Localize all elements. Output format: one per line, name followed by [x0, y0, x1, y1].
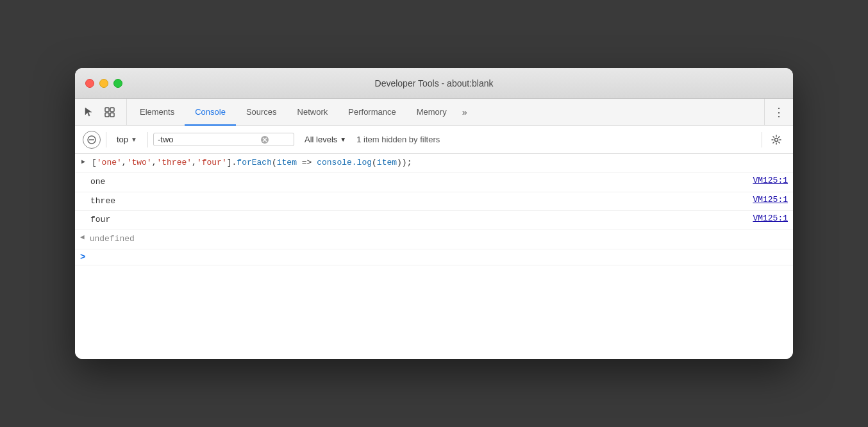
tab-sources[interactable]: Sources — [236, 99, 287, 126]
window-title: Developer Tools - about:blank — [375, 78, 494, 88]
tab-elements[interactable]: Elements — [129, 99, 185, 126]
expand-arrow-icon[interactable]: ▶ — [81, 156, 89, 165]
prompt-symbol: > — [80, 252, 85, 262]
console-link-four[interactable]: VM125:1 — [740, 214, 788, 223]
tab-console[interactable]: Console — [185, 99, 236, 126]
filter-divider-3 — [762, 132, 762, 147]
clear-console-button[interactable] — [83, 131, 101, 149]
code-param: item — [277, 158, 297, 167]
devtools-window: Developer Tools - about:blank Elements C… — [75, 68, 793, 359]
search-clear-icon[interactable] — [260, 135, 269, 144]
log-level-label: All levels — [305, 135, 337, 144]
console-undefined-row: ◀ undefined — [75, 230, 793, 249]
filter-bar: top ▼ All levels ▼ 1 item hidden by filt… — [75, 126, 793, 154]
console-settings-button[interactable] — [767, 131, 785, 149]
console-link-three[interactable]: VM125:1 — [740, 195, 788, 205]
console-output-row-one: one VM125:1 — [75, 173, 793, 192]
search-input[interactable] — [158, 135, 260, 144]
more-tabs-button[interactable]: » — [457, 99, 472, 125]
maximize-button[interactable] — [113, 79, 122, 88]
console-output-row-three: three VM125:1 — [75, 192, 793, 212]
code-string-three: 'three' — [156, 158, 192, 167]
context-selector[interactable]: top ▼ — [112, 132, 142, 147]
svg-rect-0 — [105, 108, 109, 112]
traffic-lights — [85, 79, 122, 88]
toolbar-icons — [80, 99, 127, 125]
cursor-icon[interactable] — [80, 103, 98, 121]
log-level-selector[interactable]: All levels ▼ — [299, 132, 351, 147]
toolbar-end: ⋮ — [764, 99, 788, 125]
minimize-button[interactable] — [99, 79, 108, 88]
code-console-log: console.log — [317, 158, 372, 167]
context-arrow-icon: ▼ — [131, 136, 137, 143]
svg-rect-1 — [110, 108, 114, 112]
code-bracket-open: [ — [92, 158, 97, 167]
filter-divider-2 — [147, 132, 148, 147]
code-string-two: 'two' — [127, 158, 152, 167]
console-input-row: ▶ ['one','two','three','four'].forEach(i… — [75, 154, 793, 173]
inspect-icon[interactable] — [101, 103, 119, 121]
code-string-four: 'four' — [197, 158, 227, 167]
undefined-text: undefined — [90, 233, 788, 246]
tab-memory[interactable]: Memory — [406, 99, 457, 126]
tab-network[interactable]: Network — [287, 99, 338, 126]
console-input-code: ['one','two','three','four'].forEach(ite… — [92, 156, 788, 170]
filter-divider-1 — [106, 132, 106, 147]
devtools-menu-button[interactable]: ⋮ — [770, 103, 788, 121]
console-link-one[interactable]: VM125:1 — [740, 176, 788, 185]
filter-search-box — [153, 133, 294, 146]
titlebar: Developer Tools - about:blank — [75, 68, 793, 99]
svg-rect-3 — [110, 113, 114, 117]
close-button[interactable] — [85, 79, 94, 88]
output-text-four: four — [90, 214, 740, 227]
hidden-items-message: 1 item hidden by filters — [356, 135, 756, 144]
output-text-one: one — [90, 176, 740, 189]
svg-point-9 — [775, 138, 778, 141]
code-bracket-close: ] — [227, 158, 232, 167]
toolbar: Elements Console Sources Network Perform… — [75, 99, 793, 126]
svg-rect-2 — [105, 113, 109, 117]
context-label: top — [117, 135, 128, 144]
console-output-row-four: four VM125:1 — [75, 211, 793, 230]
console-prompt-row[interactable]: > — [75, 249, 793, 265]
console-area: ▶ ['one','two','three','four'].forEach(i… — [75, 154, 793, 359]
output-text-three: three — [90, 195, 740, 208]
undefined-arrow-icon: ◀ — [80, 233, 85, 241]
code-foreach: forEach — [237, 158, 272, 167]
tab-performance[interactable]: Performance — [338, 99, 406, 126]
code-string-one: 'one' — [97, 158, 122, 167]
level-arrow-icon: ▼ — [340, 136, 346, 143]
tabs: Elements Console Sources Network Perform… — [129, 99, 762, 125]
